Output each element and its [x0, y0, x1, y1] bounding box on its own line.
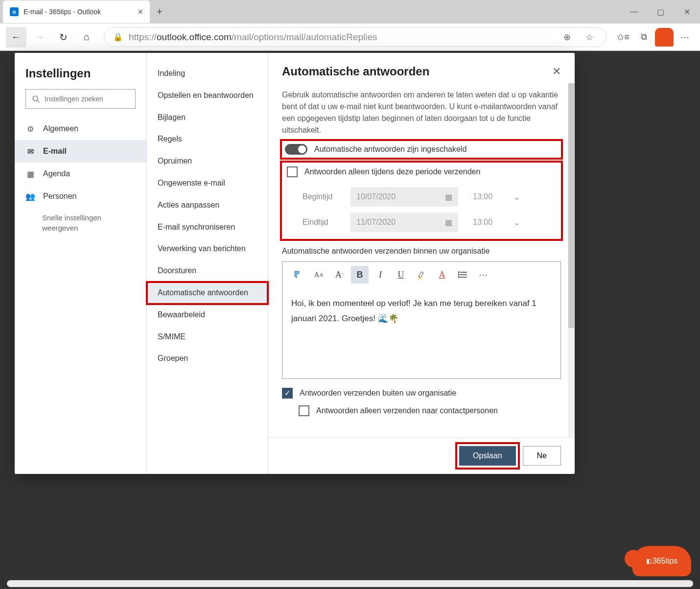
underline-button[interactable]: U: [392, 266, 410, 283]
url-text: https://outlook.office.com/mail/options/…: [129, 32, 553, 43]
panel-header: Automatische antwoorden ✕: [268, 53, 575, 83]
settings-title: Instellingen: [15, 67, 146, 89]
font-family-icon[interactable]: AA: [310, 266, 327, 283]
chevron-down-icon: ⌄: [513, 218, 520, 227]
settings-panel: Automatische antwoorden ✕ Gebruik automa…: [268, 53, 575, 474]
calendar-icon: ▦: [445, 218, 452, 227]
more-icon[interactable]: ⋯: [676, 28, 694, 47]
nav-email[interactable]: ✉ E-mail: [15, 140, 146, 163]
begin-date-input[interactable]: 10/07/2020 ▦: [350, 187, 458, 207]
outside-check-label: Antwoorden verzenden buiten uw organisat…: [300, 389, 456, 398]
svg-point-7: [458, 274, 459, 275]
settings-nav: Instellingen ⚙ Algemeen ✉ E-mail ▦ Agend…: [15, 53, 147, 474]
back-button[interactable]: ←: [6, 27, 26, 47]
favorites-icon[interactable]: ✩≡: [614, 28, 632, 47]
sub-autoanswer[interactable]: Automatische antwoorden: [147, 282, 268, 304]
sub-smime[interactable]: S/MIME: [147, 326, 268, 348]
addressbar-row: ← → ↻ ⌂ 🔒 https://outlook.office.com/mai…: [0, 24, 700, 51]
calendar-icon: ▦: [445, 192, 452, 202]
zoom-icon[interactable]: ⊕: [559, 32, 575, 43]
begin-time-select[interactable]: 13:00 ⌄: [467, 187, 526, 207]
sub-bewaar[interactable]: Bewaarbeleid: [147, 304, 268, 326]
new-tab-button[interactable]: +: [150, 5, 169, 18]
search-input[interactable]: [45, 95, 130, 103]
forward-button[interactable]: →: [29, 27, 50, 47]
save-button[interactable]: Opslaan: [459, 446, 516, 466]
inside-org-label: Automatische antwoorden verzenden binnen…: [282, 247, 561, 256]
nav-people[interactable]: 👥 Personen: [15, 185, 146, 208]
settings-search[interactable]: [25, 89, 136, 109]
sub-sync[interactable]: E-mail synchroniseren: [147, 216, 268, 238]
outside-checkbox[interactable]: ✓: [282, 388, 293, 399]
sub-verwerking[interactable]: Verwerking van berichten: [147, 238, 268, 260]
font-size-icon[interactable]: A°: [330, 266, 348, 283]
collections-icon[interactable]: ⧉: [634, 28, 653, 47]
editor-toolbar: AA A° B I U A ⋯: [282, 262, 560, 287]
sub-indeling[interactable]: Indeling: [147, 63, 268, 85]
extension-cloud-icon[interactable]: [655, 28, 674, 47]
svg-point-8: [458, 277, 459, 278]
nav-general[interactable]: ⚙ Algemeen: [15, 118, 146, 140]
chevron-down-icon: ⌄: [513, 192, 520, 202]
outlook-favicon: o: [10, 7, 19, 16]
titlebar: o E-mail - 365tips - Outlook × + — ▢ ✕: [0, 0, 700, 24]
period-highlight: Antwoorden alleen tijdens deze periode v…: [282, 163, 561, 239]
refresh-button[interactable]: ↻: [53, 27, 73, 47]
bottom-scrollbar[interactable]: [7, 580, 693, 587]
mail-icon: ✉: [25, 147, 35, 156]
contacts-only-checkbox[interactable]: [299, 405, 309, 416]
contacts-only-label: Antwoorden alleen verzenden naar contact…: [316, 406, 498, 415]
close-window-icon[interactable]: ✕: [674, 7, 700, 17]
minimize-icon[interactable]: —: [621, 7, 647, 17]
svg-point-0: [33, 96, 38, 101]
svg-point-6: [458, 272, 459, 273]
sub-doorsturen[interactable]: Doorsturen: [147, 260, 268, 282]
toggle-label: Automatische antwoorden zijn ingeschakel…: [314, 145, 467, 154]
tab-close-icon[interactable]: ×: [138, 7, 143, 17]
settings-modal: Instellingen ⚙ Algemeen ✉ E-mail ▦ Agend…: [15, 53, 575, 474]
nav-calendar[interactable]: ▦ Agenda: [15, 163, 146, 185]
nav-quick-settings[interactable]: Snelle instellingen weergeven: [15, 208, 146, 233]
more-formatting-icon[interactable]: ⋯: [474, 266, 492, 283]
close-icon[interactable]: ✕: [552, 65, 561, 78]
italic-button[interactable]: I: [372, 266, 389, 283]
outside-org-section: ✓ Antwoorden verzenden buiten uw organis…: [282, 388, 561, 416]
browser-tab[interactable]: o E-mail - 365tips - Outlook ×: [3, 0, 150, 23]
365tips-badge: ◧365tips: [632, 546, 691, 576]
sub-opruimen[interactable]: Opruimen: [147, 150, 268, 172]
sub-acties[interactable]: Acties aanpassen: [147, 194, 268, 216]
panel-description: Gebruik automatische antwoorden om ander…: [282, 89, 561, 136]
period-check-label: Antwoorden alleen tijdens deze periode v…: [304, 167, 480, 176]
star-icon[interactable]: ☆: [581, 32, 598, 43]
font-color-icon[interactable]: A: [433, 266, 451, 283]
email-subnav: Indeling Opstellen en beantwoorden Bijla…: [147, 53, 268, 474]
bold-button[interactable]: B: [351, 266, 369, 283]
addressbar[interactable]: 🔒 https://outlook.office.com/mail/option…: [104, 27, 607, 47]
search-icon: [32, 95, 40, 103]
format-painter-icon[interactable]: [289, 266, 307, 283]
svg-rect-2: [418, 278, 421, 279]
svg-line-1: [37, 100, 39, 102]
period-checkbox[interactable]: [287, 166, 298, 177]
discard-button[interactable]: Ne: [523, 446, 561, 466]
maximize-icon[interactable]: ▢: [647, 7, 674, 17]
editor-body[interactable]: Hoi, ik ben momenteel op verlof! Je kan …: [282, 287, 560, 335]
sub-regels[interactable]: Regels: [147, 128, 268, 150]
calendar-icon: ▦: [25, 169, 35, 179]
end-time-select[interactable]: 13:00 ⌄: [467, 212, 526, 232]
list-icon[interactable]: [454, 266, 471, 283]
home-button[interactable]: ⌂: [76, 27, 97, 47]
sub-groepen[interactable]: Groepen: [147, 348, 268, 370]
window-controls: — ▢ ✕: [621, 7, 700, 17]
sub-ongewenste[interactable]: Ongewenste e-mail: [147, 172, 268, 194]
highlight-icon[interactable]: [413, 266, 430, 283]
sub-opstellen[interactable]: Opstellen en beantwoorden: [147, 85, 268, 107]
sub-bijlagen[interactable]: Bijlagen: [147, 107, 268, 129]
auto-replies-toggle[interactable]: [285, 144, 307, 155]
end-label: Eindtijd: [303, 218, 342, 227]
end-date-input[interactable]: 11/07/2020 ▦: [350, 212, 458, 232]
browser-chrome: o E-mail - 365tips - Outlook × + — ▢ ✕ ←…: [0, 0, 700, 51]
reply-editor: AA A° B I U A ⋯ Hoi, ik ben momenteel op…: [282, 261, 561, 379]
panel-title: Automatische antwoorden: [282, 65, 552, 78]
scrollbar[interactable]: [568, 83, 575, 437]
